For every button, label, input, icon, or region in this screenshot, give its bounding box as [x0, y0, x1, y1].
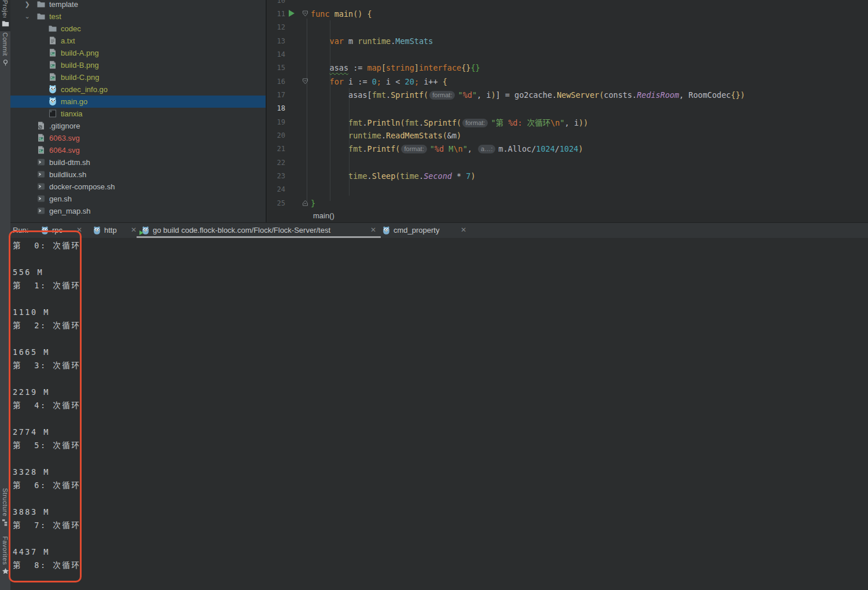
gutter-icons	[285, 156, 311, 169]
line-number: 16	[268, 78, 285, 86]
tree-item-codec_info.go[interactable]: codec_info.go	[10, 83, 266, 96]
code-text[interactable]: func main() {	[311, 9, 868, 19]
run-tab-go[interactable]: go build code.flock-block.com/Flock/Floc…	[141, 223, 378, 238]
image-file-icon	[48, 60, 57, 69]
code-text[interactable]: asas[fmt.Sprintf(format:"%d", i)] = go2c…	[311, 90, 868, 100]
run-tab-http[interactable]: http✕	[93, 223, 139, 238]
console-line: 1110 M	[13, 306, 868, 319]
code-line-18: 18	[268, 102, 868, 115]
tree-item-6063.svg[interactable]: 6063.svg	[10, 132, 266, 144]
tree-item-main.go[interactable]: main.go	[10, 96, 266, 108]
console-line	[13, 372, 868, 386]
code-text[interactable]: fmt.Println(fmt.Sprintf(format:"第 %d: 次循…	[311, 116, 868, 128]
chevron-down-icon[interactable]: ⌄	[23, 10, 31, 23]
gutter-icons	[285, 75, 311, 88]
run-console-output[interactable]: 第 0: 次循环556 M第 1: 次循环1110 M第 2: 次循环1665 …	[0, 238, 868, 590]
image-file-icon	[36, 133, 46, 142]
tree-item-codec[interactable]: codec	[10, 23, 266, 35]
tree-item-gen.sh[interactable]: gen.sh	[10, 193, 266, 205]
run-tab-label: cmd_property	[393, 223, 439, 237]
code-text[interactable]: for i := 0; i < 20; i++ {	[311, 77, 868, 86]
gutter-icons	[285, 61, 311, 75]
structure-icon	[2, 519, 9, 526]
sidebar-item-favorites[interactable]: Favorites	[0, 536, 10, 588]
console-line: 第 5: 次循环	[13, 439, 868, 452]
tree-item-label: gen.sh	[49, 193, 72, 205]
tree-item-build-B.png[interactable]: build-B.png	[10, 59, 266, 71]
sidebar-item-structure[interactable]: Structure	[0, 488, 10, 534]
close-icon[interactable]: ✕	[76, 223, 82, 237]
tree-item-label: build-B.png	[61, 59, 99, 71]
code-line-24: 24	[268, 183, 868, 196]
go-run-config-icon	[93, 226, 101, 235]
tree-item-6064.svg[interactable]: 6064.svg	[10, 144, 266, 156]
tree-item-label: a.txt	[61, 35, 75, 47]
code-line-12: 12	[268, 21, 868, 34]
shell-file-icon	[36, 170, 46, 179]
image-file-icon	[48, 72, 57, 82]
shell-file-icon	[36, 182, 46, 191]
code-line-21: 21 fmt.Printf(format:"%d M\n", a…:m.Allo…	[268, 142, 868, 156]
gutter-icons	[285, 34, 311, 47]
tree-item-label: .gitignore	[49, 120, 80, 132]
gutter-icons	[285, 183, 311, 196]
sidebar-item-project[interactable]: Project	[0, 0, 10, 31]
run-tab-bar: Run: rpc✕http✕go build code.flock-block.…	[0, 223, 868, 238]
star-icon	[2, 567, 9, 575]
run-tab-cmd_property[interactable]: cmd_property✕	[382, 223, 469, 238]
tree-item-.gitignore[interactable]: .gitignore	[10, 120, 266, 132]
close-icon[interactable]: ✕	[461, 223, 466, 237]
tree-item-docker-compose.sh[interactable]: docker-compose.sh	[10, 181, 266, 193]
project-tree-panel[interactable]: ❯template⌄testcodeca.txtbuild-A.pngbuild…	[10, 0, 267, 222]
gutter-icons	[285, 21, 311, 34]
inlay-hint: format:	[462, 119, 488, 127]
sidebar-item-commit[interactable]: Commit	[0, 32, 10, 71]
tree-item-label: build-A.png	[61, 47, 99, 59]
tree-item-buildliux.sh[interactable]: buildliux.sh	[10, 168, 266, 181]
inlay-hint: format:	[429, 91, 455, 100]
code-text[interactable]: fmt.Printf(format:"%d M\n", a…:m.Alloc/1…	[311, 144, 868, 153]
console-line: 3328 M	[13, 466, 868, 479]
tree-item-template[interactable]: ❯template	[10, 0, 266, 10]
tree-item-a.txt[interactable]: a.txt	[10, 35, 266, 47]
console-line: 4437 M	[13, 545, 868, 559]
code-line-16: 16 for i := 0; i < 20; i++ {	[268, 75, 868, 88]
chevron-right-icon[interactable]: ❯	[23, 0, 31, 10]
gutter-icons	[285, 115, 311, 129]
close-icon[interactable]: ✕	[370, 223, 376, 237]
tree-item-build-dtm.sh[interactable]: build-dtm.sh	[10, 156, 266, 168]
run-tab-rpc[interactable]: rpc✕	[41, 223, 84, 238]
tree-item-label: codec	[61, 23, 81, 35]
code-editor[interactable]: 1011func main() {1213 var m runtime.MemS…	[268, 0, 868, 222]
tree-item-test[interactable]: ⌄test	[10, 10, 266, 23]
code-text[interactable]: time.Sleep(time.Second * 7)	[311, 171, 868, 181]
close-icon[interactable]: ✕	[131, 223, 137, 237]
console-line: 2219 M	[13, 386, 868, 399]
tree-item-build-A.png[interactable]: build-A.png	[10, 47, 266, 59]
tree-item-tianxia[interactable]: tianxia	[10, 108, 266, 120]
shell-file-icon	[36, 194, 46, 203]
go-file-icon	[48, 85, 57, 94]
code-text[interactable]: }	[311, 199, 868, 208]
ide-window: Project Commit Structure Favorites ❯temp…	[0, 0, 868, 590]
tree-item-label: codec_info.go	[61, 83, 108, 96]
tree-item-gen_map.sh[interactable]: gen_map.sh	[10, 205, 266, 217]
code-text[interactable]: var m runtime.MemStats	[311, 36, 868, 46]
run-tab-label: http	[104, 223, 117, 237]
code-text[interactable]: runtime.ReadMemStats(&m)	[311, 131, 868, 140]
folder-icon	[2, 20, 9, 27]
gutter-icons	[285, 196, 311, 210]
code-line-10: 10	[268, 0, 868, 7]
commit-icon	[2, 58, 9, 66]
line-number: 13	[268, 37, 285, 45]
breadcrumb[interactable]: main()	[268, 210, 868, 222]
console-line: 3883 M	[13, 505, 868, 519]
go-file-icon	[48, 97, 57, 106]
fold-marker-icon[interactable]	[302, 200, 308, 206]
run-main-icon[interactable]	[289, 10, 295, 17]
tree-item-build-C.png[interactable]: build-C.png	[10, 71, 266, 83]
fold-marker-icon[interactable]	[302, 10, 308, 17]
fold-marker-icon[interactable]	[302, 78, 308, 85]
line-number: 12	[268, 23, 285, 31]
code-text[interactable]: asas := map[string]interface{}{}	[311, 63, 868, 72]
